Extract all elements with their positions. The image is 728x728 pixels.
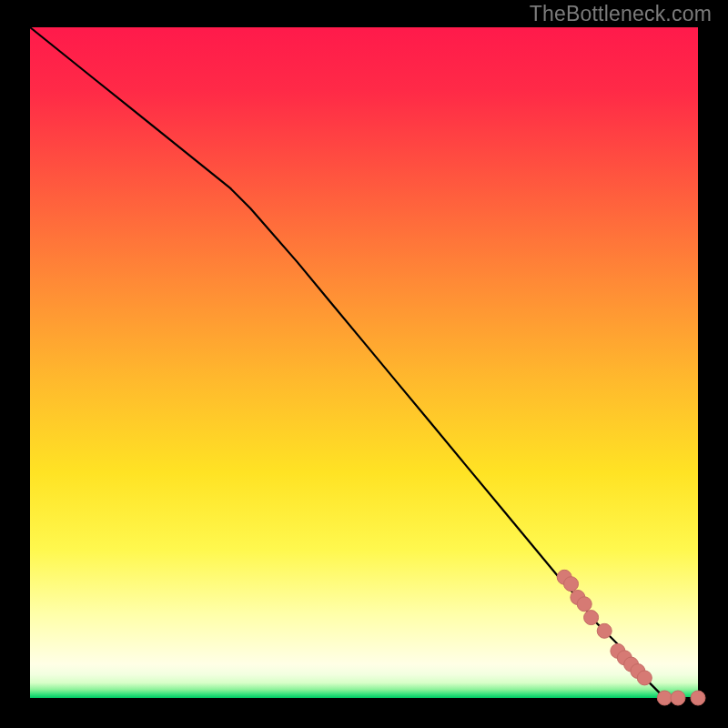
data-marker	[691, 691, 705, 705]
data-marker	[671, 691, 685, 705]
bottleneck-chart	[0, 0, 728, 728]
data-marker	[597, 623, 612, 638]
gradient-zone-bottom	[30, 664, 698, 698]
chart-frame: TheBottleneck.com	[0, 0, 728, 728]
data-marker	[577, 597, 592, 612]
data-marker	[584, 611, 599, 625]
data-marker	[657, 691, 672, 705]
plot-area	[30, 27, 698, 698]
data-marker	[637, 671, 652, 685]
gradient-zone-main	[30, 27, 698, 664]
data-marker	[564, 577, 579, 592]
